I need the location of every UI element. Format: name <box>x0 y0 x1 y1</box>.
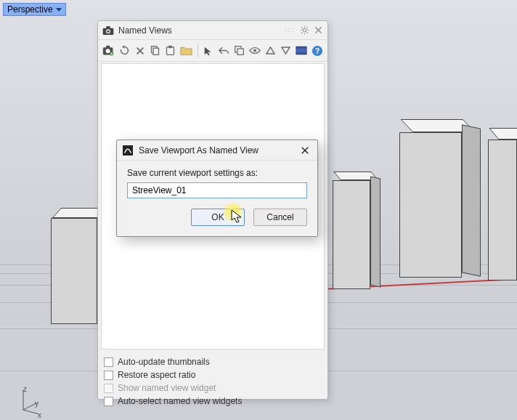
button-label: OK <box>211 212 224 222</box>
checkbox-restore-aspect-ratio[interactable]: Restore aspect ratio <box>104 368 322 381</box>
svg-point-7 <box>303 28 306 31</box>
dialog-titlebar[interactable]: Save Viewport As Named View <box>117 140 317 161</box>
checkbox-label: Show named view widget <box>118 383 216 393</box>
gear-icon[interactable] <box>300 25 309 35</box>
svg-rect-42 <box>123 145 133 156</box>
save-view-icon[interactable] <box>102 44 115 57</box>
building-box <box>488 128 517 302</box>
ok-button[interactable]: OK <box>191 209 245 226</box>
panel-header[interactable]: Named Views ∶∶∶ <box>98 21 327 40</box>
checkbox-label: Auto-select named view widgets <box>118 396 242 406</box>
viewport-3d[interactable]: Perspective z y x Named Views ∶∶∶ <box>0 0 517 420</box>
toolbar-separator <box>198 44 198 57</box>
checkbox-icon <box>104 358 113 367</box>
axis-y-label: y <box>35 400 38 408</box>
down-triangle-icon[interactable] <box>280 44 291 57</box>
checkbox-show-named-view-widget: Show named view widget <box>104 381 322 395</box>
svg-line-13 <box>306 32 308 33</box>
panel-drag-handle-icon[interactable]: ∶∶∶ <box>285 26 296 34</box>
svg-rect-30 <box>168 46 172 48</box>
panel-footer: Auto-update thumbnails Restore aspect ra… <box>98 351 327 412</box>
up-triangle-icon[interactable] <box>265 44 276 57</box>
svg-line-1 <box>23 410 39 414</box>
refresh-icon[interactable] <box>119 44 130 57</box>
svg-rect-19 <box>106 46 110 48</box>
svg-marker-36 <box>282 47 290 54</box>
checkbox-auto-update-thumbnails[interactable]: Auto-update thumbnails <box>104 355 322 368</box>
checkbox-icon <box>104 397 113 406</box>
filmstrip-icon[interactable] <box>296 44 307 57</box>
help-icon[interactable]: ? <box>312 44 323 57</box>
axis-x-label: x <box>38 411 41 419</box>
button-label: Cancel <box>266 212 293 222</box>
svg-point-20 <box>106 49 110 53</box>
dialog-prompt: Save current viewport settings as: <box>127 168 307 178</box>
visibility-icon[interactable] <box>249 44 261 57</box>
checkbox-label: Restore aspect ratio <box>118 370 195 380</box>
svg-text:?: ? <box>315 46 320 54</box>
delete-icon[interactable] <box>134 44 145 57</box>
viewport-label: Perspective <box>7 4 53 15</box>
svg-line-15 <box>306 27 308 28</box>
import-icon[interactable] <box>180 44 192 57</box>
view-name-input[interactable] <box>127 182 307 198</box>
checkbox-icon <box>104 384 113 393</box>
cancel-button[interactable]: Cancel <box>253 209 307 226</box>
camera-icon <box>102 25 114 36</box>
svg-marker-24 <box>122 45 124 49</box>
undo-arrow-icon[interactable] <box>219 44 229 57</box>
svg-line-14 <box>301 32 303 33</box>
panel-toolbar: ? <box>98 40 327 62</box>
building-box <box>399 119 487 301</box>
svg-rect-38 <box>296 47 306 48</box>
svg-marker-35 <box>266 47 274 54</box>
cursor-select-icon[interactable] <box>203 44 214 57</box>
checkbox-auto-select-named-view-widgets[interactable]: Auto-select named view widgets <box>104 395 322 408</box>
svg-rect-28 <box>153 48 159 54</box>
copy-icon[interactable] <box>150 44 160 57</box>
svg-marker-31 <box>205 47 211 54</box>
duplicate-window-icon[interactable] <box>234 44 245 57</box>
svg-rect-33 <box>237 49 243 54</box>
save-named-view-dialog: Save Viewport As Named View Save current… <box>116 140 318 237</box>
app-icon <box>123 145 133 156</box>
close-button[interactable] <box>298 144 312 157</box>
svg-point-6 <box>107 30 109 32</box>
svg-line-12 <box>301 27 303 28</box>
paste-icon[interactable] <box>165 44 176 57</box>
svg-rect-39 <box>296 53 306 54</box>
dialog-title: Save Viewport As Named View <box>139 145 258 156</box>
close-icon <box>301 146 309 155</box>
dropdown-icon <box>56 8 62 12</box>
close-icon[interactable] <box>314 25 323 35</box>
panel-title: Named Views <box>118 25 172 36</box>
svg-rect-4 <box>106 26 110 28</box>
building-box <box>333 171 383 310</box>
checkbox-icon <box>104 371 113 380</box>
checkbox-label: Auto-update thumbnails <box>118 357 210 367</box>
svg-point-34 <box>253 49 256 52</box>
viewport-label-tab[interactable]: Perspective <box>3 3 66 16</box>
axis-z-label: z <box>23 385 27 393</box>
